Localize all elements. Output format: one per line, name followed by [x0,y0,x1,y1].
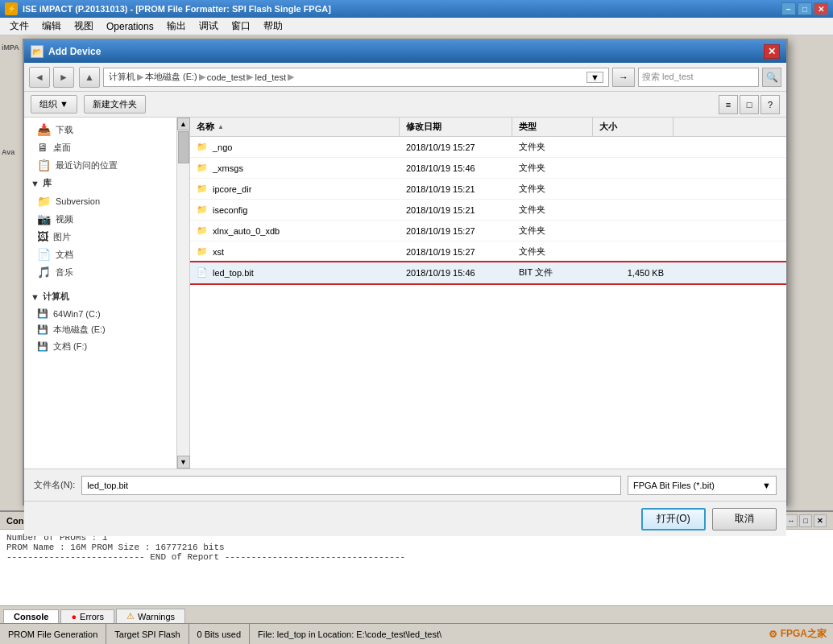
addr-go-button[interactable]: → [612,68,635,87]
filetype-dropdown[interactable]: FPGA Bit Files (*.bit) ▼ [628,476,777,495]
file-date: 2018/10/19 15:46 [400,266,512,279]
addr-code-test: code_test [207,72,246,82]
file-row[interactable]: 📁_ngo 2018/10/19 15:27 文件夹 [190,137,786,158]
cancel-button[interactable]: 取消 [712,508,777,530]
left-item-desktop[interactable]: 🖥 桌面 [24,138,176,156]
menu-edit[interactable]: 编辑 [35,18,68,35]
file-name: _ngo [213,142,232,152]
file-name: xst [213,247,224,257]
scroll-up-button[interactable]: ▲ [177,118,190,130]
impact-label: iMPAAva [2,43,19,156]
file-row[interactable]: 📁iseconfig 2018/10/19 15:21 文件夹 [190,200,786,221]
e-drive-label: 本地磁盘 (E:) [53,324,106,336]
downloads-icon: 📥 [37,123,51,136]
scroll-thumb[interactable] [178,131,189,163]
left-item-e-drive[interactable]: 💾 本地磁盘 (E:) [24,321,176,338]
window-controls: − □ ✕ [781,2,828,15]
tab-console[interactable]: Console [3,609,59,623]
toolbar: 组织 ▼ 新建文件夹 ≡ □ ? [24,92,786,118]
ise-background: iMPAAva 📂 Add Device ✕ ◄ ► ▲ 计算机 ▶ 本地磁盘 … [0,35,833,644]
file-size [593,146,673,149]
tab-warnings[interactable]: ⚠ Warnings [116,609,185,623]
console-line-3: -------------------------- END of Report… [6,552,827,562]
filename-input[interactable] [81,476,621,495]
view-toggle-button[interactable]: ≡ [719,95,738,114]
view-window-button[interactable]: □ [740,95,759,114]
open-button[interactable]: 打开(O) [641,508,706,530]
music-label: 音乐 [56,266,73,279]
recent-icon: 📋 [37,159,51,171]
menu-view[interactable]: 视图 [68,18,100,35]
left-item-video[interactable]: 📷 视频 [24,210,176,228]
menu-debug[interactable]: 调试 [193,18,225,35]
col-header-name[interactable]: 名称 ▲ [190,118,400,136]
menu-help[interactable]: 帮助 [257,18,289,35]
library-section: ▼ 库 [24,174,176,192]
console-close-button[interactable]: ✕ [814,514,827,527]
console-expand-button[interactable]: ↔ [785,514,798,527]
file-row[interactable]: 📁_xmsgs 2018/10/19 15:46 文件夹 [190,158,786,179]
organize-button[interactable]: 组织 ▼ [31,95,77,114]
view-options: ≡ □ ? [719,95,780,114]
folder-icon: 📁 [197,184,208,194]
file-row[interactable]: 📁xst 2018/10/19 15:27 文件夹 [190,242,786,262]
back-button[interactable]: ◄ [29,67,50,88]
menu-output[interactable]: 输出 [160,18,193,35]
status-bar: PROM File Generation Target SPI Flash 0 … [0,623,833,644]
search-button[interactable]: 🔍 [762,68,781,87]
file-date: 2018/10/19 15:21 [400,183,512,196]
left-item-documents[interactable]: 📄 文档 [24,246,176,263]
file-row[interactable]: 📁ipcore_dir 2018/10/19 15:21 文件夹 [190,179,786,200]
left-item-recent[interactable]: 📋 最近访问的位置 [24,156,176,174]
left-panel: 📥 下载 🖥 桌面 📋 最近访问的位置 ▼ 库 📁 [24,118,177,469]
address-path[interactable]: 计算机 ▶ 本地磁盘 (E:) ▶ code_test ▶ led_test ▶… [103,68,609,87]
c-drive-icon: 💾 [37,308,48,319]
file-type: BIT 文件 [512,265,593,280]
file-size [593,229,673,233]
minimize-button[interactable]: − [781,2,796,15]
file-list: 📁_ngo 2018/10/19 15:27 文件夹 📁_xmsgs 2018/… [190,137,786,469]
documents-label: 文档 [56,249,73,261]
col-header-date[interactable]: 修改日期 [400,118,512,136]
organize-label: 组织 ▼ [39,98,68,110]
left-item-subversion[interactable]: 📁 Subversion [24,192,176,210]
menu-operations[interactable]: Operations [100,19,160,34]
dialog-title-text: Add Device [48,46,101,57]
forward-button[interactable]: ► [53,67,74,88]
video-label: 视频 [56,213,73,225]
file-name: led_top.bit [213,268,254,278]
left-item-downloads[interactable]: 📥 下载 [24,121,176,138]
filetype-arrow: ▼ [762,481,771,490]
maximize-button[interactable]: □ [798,2,812,15]
left-item-pictures[interactable]: 🖼 图片 [24,228,176,246]
dialog-icon: 📂 [31,45,44,58]
console-float-button[interactable]: □ [799,514,812,527]
menu-file[interactable]: 文件 [3,18,35,35]
search-box: 搜索 led_test [638,68,759,87]
file-type: 文件夹 [512,181,593,196]
tab-errors[interactable]: ● Errors [60,609,114,623]
col-header-type[interactable]: 类型 [512,118,593,136]
close-button[interactable]: ✕ [814,2,828,15]
left-item-f-drive[interactable]: 💾 文档 (F:) [24,338,176,355]
help-button[interactable]: ? [760,95,780,114]
file-size [593,250,673,254]
up-button[interactable]: ▲ [79,67,100,88]
col-header-size[interactable]: 大小 [593,118,673,136]
left-item-c-drive[interactable]: 💾 64Win7 (C:) [24,306,176,321]
file-row-selected[interactable]: 📄led_top.bit 2018/10/19 15:46 BIT 文件 1,4… [190,262,786,283]
scroll-down-button[interactable]: ▼ [177,456,190,469]
window-title: ISE iMPACT (P.20131013) - [PROM File For… [23,4,331,14]
computer-label: 计算机 [43,291,69,303]
file-type: 文件夹 [512,139,593,155]
file-size: 1,450 KB [593,266,673,279]
errors-icon: ● [71,612,77,621]
dialog-close-button[interactable]: ✕ [764,44,780,59]
new-folder-button[interactable]: 新建文件夹 [84,95,146,114]
file-row[interactable]: 📁xlnx_auto_0_xdb 2018/10/19 15:27 文件夹 [190,221,786,242]
addr-dropdown[interactable]: ▼ [586,72,603,83]
menu-window[interactable]: 窗口 [225,18,257,35]
file-date: 2018/10/19 15:46 [400,162,512,175]
left-item-music[interactable]: 🎵 音乐 [24,263,176,281]
file-name: iseconfig [213,205,247,215]
